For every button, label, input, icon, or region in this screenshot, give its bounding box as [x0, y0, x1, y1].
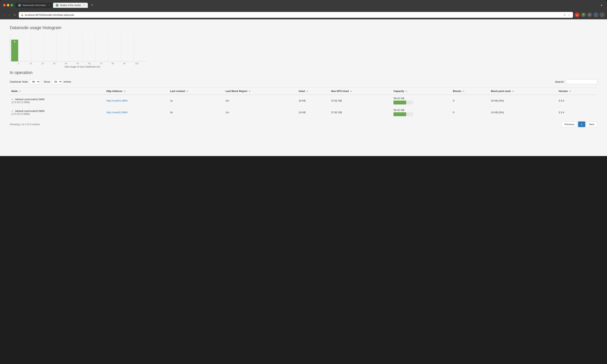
profile-icon[interactable]: 👤 — [593, 12, 598, 17]
col-blocks-label: Blocks — [453, 90, 461, 92]
row1-used: 24 KB — [297, 95, 330, 107]
tab-label-active: Nodes of the cluster — [60, 4, 81, 7]
tab-namenode-information[interactable]: Namenode information ✕ — [15, 3, 53, 8]
col-version-label: Version — [558, 90, 568, 92]
sort-block-pool-icon: ⇅ — [512, 90, 514, 92]
previous-button[interactable]: Previous — [561, 121, 577, 127]
tab-bar: Namenode information ✕ Nodes of the clus… — [15, 2, 604, 8]
row2-http-link[interactable]: http://node02:9864 — [106, 111, 127, 114]
datanode-state-select[interactable]: All — [29, 79, 40, 84]
col-http-address[interactable]: Http Address ⇅ — [105, 88, 168, 95]
row2-version: 3.3.4 — [557, 107, 597, 118]
row2-capacity-bar — [393, 112, 406, 116]
reload-button[interactable]: ↻ — [12, 13, 17, 17]
operation-title: In operation — [10, 70, 597, 75]
row2-last-contact: 0s — [168, 107, 224, 118]
extension-icon-1[interactable]: 🦊 — [575, 12, 580, 17]
tab-close-icon[interactable]: ✕ — [49, 4, 50, 6]
tab-close-active-icon[interactable]: ✕ — [83, 4, 85, 6]
sort-non-dfs-icon: ⇅ — [350, 90, 352, 92]
show-entries-select[interactable]: 25 — [52, 79, 62, 84]
url-bar[interactable]: 🔒 localhost:9870/dfshealth.html#tab-data… — [19, 12, 573, 18]
histogram-bar-value: 2 — [14, 40, 15, 43]
row2-non-dfs-used: 37.82 GB — [330, 107, 392, 118]
row2-capacity: 58.42 GB — [392, 107, 451, 118]
row2-used: 24 KB — [297, 107, 330, 118]
datanode-state-label: DataNode State — [10, 80, 28, 83]
row1-http-link[interactable]: http://node01:9864 — [106, 99, 127, 102]
histogram-chart-area: 2 — [10, 34, 147, 68]
operation-section: In operation DataNode State All Show 25 … — [10, 70, 597, 127]
row1-node: ✔ /default-rack/node01:9866 (172.20.0.2:… — [10, 95, 105, 107]
row2-http-address: http://node02:9864 — [105, 107, 168, 118]
share-icon[interactable]: ⎙ — [563, 13, 566, 17]
maximize-button[interactable] — [11, 4, 13, 6]
col-used-label: Used — [299, 90, 305, 92]
tab-icon-active — [56, 4, 58, 7]
col-version[interactable]: Version ⇅ — [557, 88, 597, 95]
row2-capacity-value: 58.42 GB — [393, 109, 404, 112]
col-used[interactable]: Used ⇅ — [297, 88, 330, 95]
bookmark-icon[interactable]: ☆ — [567, 13, 571, 17]
nodes-table: Node ⇅ Http Address ⇅ Last contact ⇅ L — [10, 88, 597, 118]
close-button[interactable] — [3, 4, 6, 6]
col-capacity[interactable]: Capacity ⇅ — [392, 88, 451, 95]
show-label: Show — [44, 80, 50, 83]
col-last-block-report[interactable]: Last Block Report ⇅ — [224, 88, 297, 95]
lock-icon: 🔒 — [21, 13, 24, 16]
col-http-label: Http Address — [106, 90, 122, 92]
menu-button[interactable]: ⋮ — [600, 12, 605, 17]
table-footer: Showing 1 to 2 of 2 entries Previous 1 N… — [10, 121, 597, 127]
histogram-section: Datanode usage histogram 2 — [10, 25, 597, 68]
pagination: Previous 1 Next — [561, 121, 597, 127]
entries-label: entries — [64, 80, 71, 83]
new-tab-button[interactable]: + — [89, 2, 95, 8]
histogram-x-axis: 0 10 20 30 40 50 60 70 80 90 100 — [10, 62, 147, 65]
row2-capacity-bar-container — [393, 112, 413, 116]
next-button[interactable]: Next — [586, 121, 597, 127]
sort-http-icon: ⇅ — [124, 90, 125, 92]
page-1-button[interactable]: 1 — [578, 121, 585, 127]
row1-last-block-report: 2m — [224, 95, 297, 107]
row2-block-pool-used: 24 KB (0%) — [489, 107, 557, 118]
tab-nodes-of-cluster[interactable]: Nodes of the cluster ✕ — [53, 3, 88, 8]
col-blocks[interactable]: Blocks ⇅ — [451, 88, 489, 95]
sort-last-block-report-icon: ⇅ — [249, 90, 250, 92]
x-label-50: 50 — [76, 62, 88, 65]
minimize-button[interactable] — [7, 4, 9, 6]
extension-icon-2[interactable]: 🧩 — [581, 12, 586, 17]
row1-node-name: /default-rack/node01:9866 — [15, 98, 45, 101]
page-content: Datanode usage histogram 2 — [0, 19, 607, 156]
back-button[interactable]: ‹ — [2, 13, 6, 17]
sort-blocks-icon: ⇅ — [463, 90, 464, 92]
sidebar-toggle[interactable]: ⊟ — [587, 12, 592, 17]
sort-version-icon: ⇅ — [569, 90, 571, 92]
showing-entries-text: Showing 1 to 2 of 2 entries — [10, 123, 40, 126]
table-header-row: Node ⇅ Http Address ⇅ Last contact ⇅ L — [10, 88, 597, 95]
row1-http-address: http://node01:9864 — [105, 95, 168, 107]
row1-blocks: 0 — [451, 95, 489, 107]
search-input[interactable] — [566, 79, 597, 84]
row2-status-icon: ✔ — [11, 110, 14, 113]
row1-capacity-value: 58.42 GB — [393, 97, 404, 100]
histogram-title: Datanode usage histogram — [10, 25, 597, 30]
x-label-10: 10 — [30, 62, 41, 65]
row1-capacity-bar — [393, 101, 406, 104]
sort-capacity-icon: ⇅ — [406, 90, 407, 92]
tab-icon — [18, 4, 21, 7]
forward-button[interactable]: › — [7, 13, 11, 17]
histogram-chart: 2 — [10, 34, 147, 62]
sort-used-icon: ⇅ — [306, 90, 308, 92]
col-last-block-report-label: Last Block Report — [225, 90, 247, 92]
row2-node-ip: (172.20.0.3:9866) — [11, 113, 30, 116]
col-last-contact[interactable]: Last contact ⇅ — [168, 88, 224, 95]
col-node[interactable]: Node ⇅ — [10, 88, 105, 95]
col-non-dfs-used[interactable]: Non DFS Used ⇅ — [330, 88, 392, 95]
title-bar: Namenode information ✕ Nodes of the clus… — [0, 0, 607, 10]
sort-last-contact-icon: ⇅ — [187, 90, 188, 92]
tabs-chevron-icon[interactable]: ▾ — [599, 3, 604, 8]
x-label-70: 70 — [100, 62, 112, 65]
x-label-80: 80 — [112, 62, 124, 65]
search-control: Search: — [555, 79, 597, 84]
col-block-pool-used[interactable]: Block pool used ⇅ — [489, 88, 557, 95]
